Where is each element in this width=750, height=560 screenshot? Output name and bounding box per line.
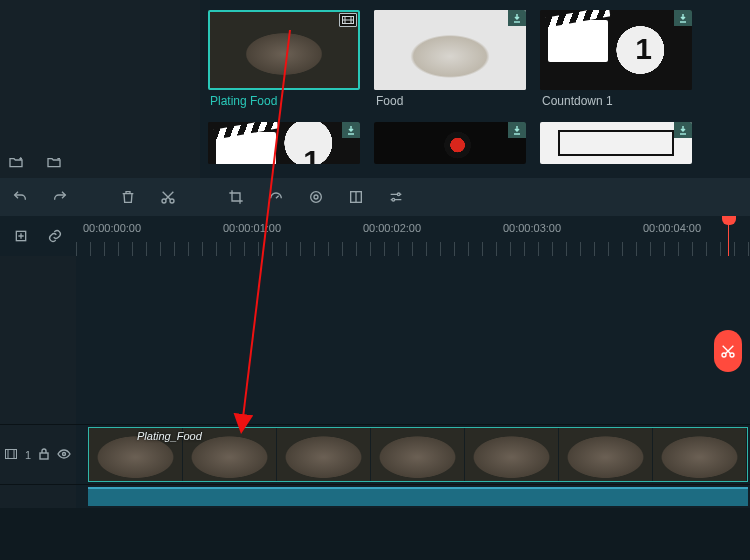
ruler-tick-label: 00:00:02:00 (363, 222, 421, 234)
timeline-spacer (0, 256, 750, 424)
folder-actions (6, 152, 64, 172)
clip-card-countdown-1[interactable]: Countdown 1 (540, 10, 692, 108)
app-root: Plating Food Food (0, 0, 750, 560)
svg-point-3 (311, 192, 322, 203)
timeline-audio-clip[interactable] (88, 487, 748, 506)
clip-thumb[interactable] (374, 10, 526, 90)
redo-icon[interactable] (50, 187, 70, 207)
svg-point-6 (397, 193, 400, 196)
download-icon[interactable] (508, 122, 526, 138)
download-icon[interactable] (674, 122, 692, 138)
timeline-toolbar (0, 178, 750, 216)
svg-point-4 (314, 195, 318, 199)
svg-rect-9 (5, 449, 16, 458)
svg-point-7 (392, 198, 395, 201)
audio-track-head[interactable] (0, 484, 76, 508)
ruler-head (0, 216, 76, 256)
playhead[interactable] (728, 216, 729, 256)
color-icon[interactable] (306, 187, 326, 207)
library-sidebar (0, 0, 200, 178)
clip-caption: Countdown 1 (540, 94, 692, 108)
clip-caption: Food (374, 94, 526, 108)
clip-thumb[interactable] (540, 122, 692, 164)
clip-card-row2-b[interactable] (374, 122, 526, 164)
timeline-clip-label: Plating_Food (137, 430, 202, 442)
clip-thumb[interactable] (374, 122, 526, 164)
audio-track-body[interactable] (76, 484, 750, 508)
cut-icon[interactable] (158, 187, 178, 207)
delete-icon[interactable] (118, 187, 138, 207)
svg-point-11 (63, 452, 66, 455)
audio-track-row (0, 484, 750, 508)
clip-card-plating-food[interactable]: Plating Food (208, 10, 360, 108)
remove-folder-icon[interactable] (44, 152, 64, 172)
ruler-tick-label: 00:00:03:00 (503, 222, 561, 234)
video-track-row: 1 Plating_Food (0, 424, 750, 484)
clip-thumb[interactable] (208, 122, 360, 164)
link-icon[interactable] (45, 226, 65, 246)
crop-icon[interactable] (226, 187, 246, 207)
film-icon (339, 13, 357, 27)
split-clip-button[interactable] (714, 330, 742, 372)
timeline-clip-plating-food[interactable]: Plating_Food (88, 427, 748, 482)
clip-card-row2-a[interactable] (208, 122, 360, 164)
clip-caption: Plating Food (208, 94, 360, 108)
ruler-tick-label: 00:00:04:00 (643, 222, 701, 234)
clip-card-food[interactable]: Food (374, 10, 526, 108)
library-grid: Plating Food Food (200, 0, 750, 178)
download-icon[interactable] (508, 10, 526, 26)
ruler-tick-label: 00:00:01:00 (223, 222, 281, 234)
ruler-ticks (76, 242, 750, 256)
add-marker-icon[interactable] (11, 226, 31, 246)
download-icon[interactable] (674, 10, 692, 26)
eye-icon[interactable] (57, 449, 71, 461)
svg-rect-10 (40, 453, 48, 459)
green-screen-icon[interactable] (346, 187, 366, 207)
new-folder-icon[interactable] (6, 152, 26, 172)
track-index: 1 (25, 449, 31, 461)
timeline: 1 Plating_Food (0, 256, 750, 560)
clip-thumb[interactable] (540, 10, 692, 90)
media-library: Plating Food Food (0, 0, 750, 178)
download-icon[interactable] (342, 122, 360, 138)
film-strip-icon (5, 449, 17, 461)
speed-icon[interactable] (266, 187, 286, 207)
undo-icon[interactable] (10, 187, 30, 207)
clip-thumb[interactable] (208, 10, 360, 90)
lock-icon[interactable] (39, 448, 49, 462)
timeline-ruler[interactable]: 00:00:00:00 00:00:01:00 00:00:02:00 00:0… (76, 216, 750, 256)
video-track-head[interactable]: 1 (0, 424, 76, 484)
timeline-ruler-row: 00:00:00:00 00:00:01:00 00:00:02:00 00:0… (0, 216, 750, 256)
ruler-tick-label: 00:00:00:00 (83, 222, 141, 234)
video-track-body[interactable]: Plating_Food (76, 424, 750, 484)
clip-card-row2-c[interactable] (540, 122, 692, 164)
adjust-icon[interactable] (386, 187, 406, 207)
